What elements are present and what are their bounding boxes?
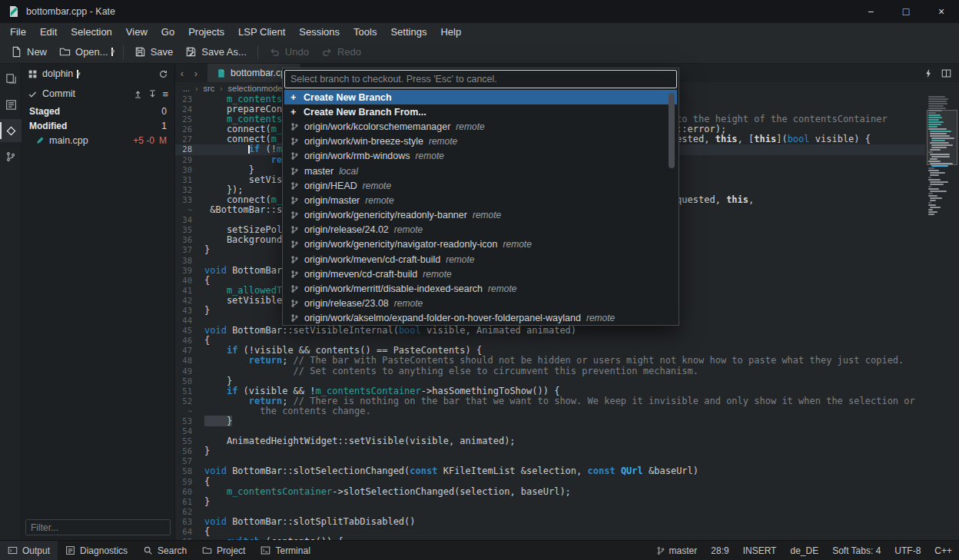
save-button[interactable]: Save — [128, 43, 180, 61]
popup-scrollbar-thumb[interactable] — [669, 93, 675, 168]
branch-option[interactable]: masterlocal — [284, 164, 677, 178]
indent-mode[interactable]: Soft Tabs: 4 — [825, 541, 888, 560]
menu-selection[interactable]: Selection — [64, 25, 118, 39]
undo-button[interactable]: Undo — [263, 43, 315, 61]
split-view-icon[interactable] — [941, 68, 951, 78]
git-file-row[interactable]: main.cpp +5 -0 M — [22, 133, 174, 147]
menu-tools[interactable]: Tools — [347, 25, 383, 39]
git-filter-input[interactable] — [25, 519, 171, 535]
code-line-49[interactable]: 49 // Set contents to anything else to c… — [175, 366, 925, 376]
menu-sessions[interactable]: Sessions — [292, 25, 347, 39]
code-line-60[interactable]: 60 m_contentsContainer->slotSelectionCha… — [175, 487, 925, 497]
sidebar-item-git[interactable] — [0, 119, 22, 142]
branch-option[interactable]: origin/meven/cd-craft-buildremote — [284, 267, 677, 281]
branch-option[interactable]: origin/work/genericity/readonly-bannerre… — [284, 208, 677, 223]
statusbar-tab-search[interactable]: Search — [135, 541, 194, 560]
branch-search-input[interactable] — [284, 70, 677, 88]
breadcrumb-ellipsis[interactable]: ... — [183, 84, 190, 93]
statusbar-tab-terminal[interactable]: Terminal — [253, 541, 317, 560]
statusbar-tab-output[interactable]: Output — [0, 541, 58, 560]
cursor-position[interactable]: 28:9 — [704, 541, 735, 560]
branch-checkout-popup: +Create New Branch+Create New Branch Fro… — [282, 68, 679, 326]
line-number: 46 — [175, 336, 198, 346]
breadcrumb-src[interactable]: src — [204, 84, 215, 93]
menubar: FileEditSelectionViewGoProjectsLSP Clien… — [0, 23, 959, 41]
dictionary[interactable]: de_DE — [783, 541, 825, 560]
git-menu-button[interactable]: ≡ — [162, 88, 168, 100]
push-button[interactable] — [133, 89, 143, 99]
code-line-45[interactable]: 45void BottomBar::setVisibleInternal(boo… — [175, 326, 925, 336]
git-branch-icon — [290, 181, 299, 191]
redo-button[interactable]: Redo — [315, 43, 367, 61]
flash-icon[interactable] — [924, 68, 934, 78]
branch-option[interactable]: origin/release/24.02remote — [284, 223, 677, 237]
open-button[interactable]: Open...▾ — [53, 43, 118, 61]
sidebar-item-documents[interactable] — [0, 67, 22, 90]
statusbar-tab-diagnostics[interactable]: Diagnostics — [58, 541, 135, 560]
line-number: 52 — [175, 396, 198, 406]
close-button[interactable]: × — [924, 0, 959, 23]
commit-button[interactable]: Commit — [42, 88, 75, 99]
code-line-63[interactable]: 63void BottomBar::slotSplitTabDisabled() — [175, 517, 925, 527]
code-line-56[interactable]: 56} — [175, 446, 925, 456]
menu-edit[interactable]: Edit — [33, 25, 64, 39]
breadcrumb-selectionmode[interactable]: selectionmode — [228, 84, 283, 93]
branch-option[interactable]: origin/work/meven/cd-craft-buildremote — [284, 252, 677, 267]
menu-settings[interactable]: Settings — [383, 25, 433, 39]
syntax-mode[interactable]: C++ — [927, 541, 959, 560]
code-line-58[interactable]: 58void BottomBar::slotSelectionChanged(c… — [175, 466, 925, 476]
modified-count: 1 — [161, 121, 167, 131]
menu-go[interactable]: Go — [154, 25, 181, 39]
statusbar: Output Diagnostics Search Project Termin… — [0, 540, 959, 560]
code-line-↪[interactable]: ↪ the contents change. — [175, 406, 925, 416]
encoding[interactable]: UTF-8 — [888, 541, 927, 560]
branch-option-create[interactable]: +Create New Branch — [284, 90, 677, 104]
output-icon — [8, 545, 18, 555]
sidebar-item-branches[interactable] — [0, 145, 22, 168]
menu-projects[interactable]: Projects — [181, 25, 231, 39]
sidebar-item-symbols[interactable] — [0, 93, 22, 116]
code-line-55[interactable]: 55 AnimatedHeightWidget::setVisible(visi… — [175, 436, 925, 446]
code-line-61[interactable]: 61} — [175, 497, 925, 507]
staged-section[interactable]: Staged 0 — [22, 104, 174, 118]
line-number: 31 — [175, 175, 198, 185]
branch-option-create[interactable]: +Create New Branch From... — [284, 104, 677, 119]
input-mode[interactable]: INSERT — [736, 541, 784, 560]
code-line-53[interactable]: 53 } — [175, 416, 925, 426]
plus-icon: + — [290, 107, 298, 118]
minimap-viewport[interactable] — [927, 110, 957, 165]
titlebar: bottombar.cpp - Kate − □ × — [0, 0, 959, 23]
window-title: bottombar.cpp - Kate — [26, 6, 115, 17]
minimap-scrollbar[interactable] — [927, 94, 957, 540]
branch-option[interactable]: origin/work/kcolorschememanagerremote — [284, 119, 677, 134]
pull-button[interactable] — [148, 89, 158, 99]
save-icon — [134, 46, 146, 58]
redo-icon — [321, 46, 333, 58]
line-number: 32 — [175, 185, 198, 195]
refresh-button[interactable] — [158, 69, 168, 79]
maximize-button[interactable]: □ — [888, 0, 924, 23]
new-button[interactable]: New — [5, 43, 53, 61]
nav-back-button[interactable]: ‹ — [175, 64, 189, 82]
branch-option[interactable]: origin/work/rmb-windowsremote — [284, 149, 677, 164]
menu-file[interactable]: File — [3, 25, 33, 39]
branch-option[interactable]: origin/work/akselmo/expand-folder-on-hov… — [284, 311, 677, 323]
branch-option[interactable]: origin/work/win-breeze-styleremote — [284, 134, 677, 149]
git-branch-indicator[interactable]: master — [649, 541, 705, 560]
terminal-icon — [260, 545, 270, 555]
minimize-button[interactable]: − — [853, 0, 888, 23]
branch-option[interactable]: origin/work/genericity/navigator-readonl… — [284, 237, 677, 252]
menu-help[interactable]: Help — [433, 25, 468, 39]
branch-option[interactable]: origin/masterremote — [284, 193, 677, 207]
branch-option[interactable]: origin/release/23.08remote — [284, 297, 677, 311]
modified-section[interactable]: Modified 1 — [22, 118, 174, 133]
branch-option[interactable]: origin/work/merritt/disable-indexed-sear… — [284, 281, 677, 296]
statusbar-tab-project[interactable]: Project — [194, 541, 253, 560]
branch-option[interactable]: origin/HEADremote — [284, 178, 677, 193]
line-number: 42 — [175, 296, 198, 306]
menu-view[interactable]: View — [119, 25, 154, 39]
project-selector[interactable]: dolphin — [42, 68, 73, 79]
menu-lsp-client[interactable]: LSP Client — [231, 25, 292, 39]
save-as-button[interactable]: Save As... — [179, 43, 253, 61]
nav-forward-button[interactable]: › — [189, 64, 203, 82]
